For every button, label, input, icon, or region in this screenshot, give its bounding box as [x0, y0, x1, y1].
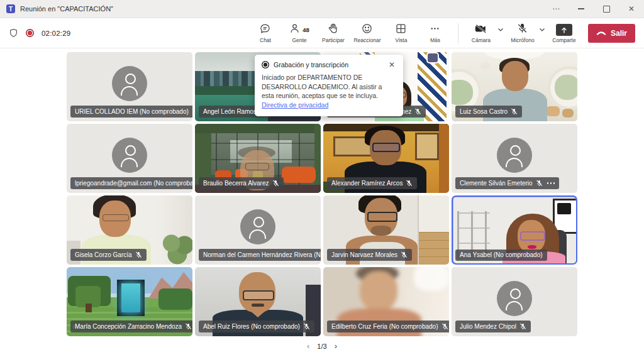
avatar	[497, 138, 532, 173]
avatar	[112, 66, 147, 101]
notification-close-icon[interactable]: ✕	[387, 60, 396, 69]
leave-button[interactable]: Salir	[588, 24, 635, 43]
people-icon	[289, 23, 301, 37]
react-button[interactable]: Reaccionar	[351, 22, 384, 45]
participant-tile[interactable]: URIEL COLLADO IEM (No comprobado)	[67, 52, 192, 121]
avatar	[112, 138, 147, 173]
participant-name: lpriegoandrade@gmail.com (No comproba...	[75, 180, 192, 187]
maximize-icon[interactable]	[594, 0, 619, 18]
participant-name: Edilberto Cruz Feria (No comprobado)	[331, 324, 438, 330]
participant-nametag: Julio Mendez Chipol	[455, 321, 531, 332]
participant-tile[interactable]: Julio Mendez Chipol	[452, 267, 577, 336]
notification-title: Grabación y transcripción	[274, 61, 348, 69]
participant-nametag: Clemente Silván Emeterio	[455, 177, 559, 189]
avatar	[240, 209, 275, 244]
participant-name: Luiz Sosa Castro	[460, 109, 508, 115]
chat-button[interactable]: Chat	[249, 22, 282, 45]
more-icon	[429, 23, 441, 37]
participant-name: Angel León Ramos	[203, 109, 257, 115]
avatar	[497, 281, 532, 316]
minimize-icon[interactable]	[569, 0, 594, 18]
participant-tile[interactable]: Jarvin Narvaez Morales	[323, 195, 449, 265]
privacy-policy-link[interactable]: Directiva de privacidad	[262, 101, 328, 109]
meeting-stage: URIEL COLLADO IEM (No comprobado) Angel …	[0, 48, 644, 362]
participant-tile[interactable]: Braulio Becerra Alvarez	[195, 124, 321, 193]
mic-muted-icon	[272, 180, 279, 187]
participant-nametag: URIEL COLLADO IEM (No comprobado)	[70, 106, 192, 118]
mic-off-icon	[516, 23, 528, 37]
participant-tile[interactable]: Abel Ruiz Flores (No comprobado)	[195, 267, 321, 336]
smiley-icon	[361, 23, 373, 37]
participant-tile[interactable]: María Concepción Zarracino Mendoza	[67, 267, 192, 336]
participant-name: Braulio Becerra Alvarez	[203, 180, 269, 187]
close-icon[interactable]: ✕	[619, 0, 644, 18]
mic-button[interactable]: Micrófono	[506, 22, 539, 45]
mic-options-chevron-icon[interactable]	[539, 22, 545, 32]
participant-nametag: Braulio Becerra Alvarez	[199, 177, 284, 189]
participant-tile[interactable]: lpriegoandrade@gmail.com (No comproba...	[67, 124, 192, 193]
next-page-icon[interactable]: ›	[335, 342, 337, 350]
grid-view-icon	[395, 23, 407, 37]
camera-button[interactable]: Cámara	[465, 22, 497, 45]
participant-nametag: Gisela Corzo García	[70, 249, 147, 261]
notification-body: Iniciado por DEPARTAMENTO DE DESARROLLO …	[262, 74, 382, 99]
camera-off-icon	[474, 23, 487, 37]
participant-name: Alexander Ramírez Arcos	[331, 180, 402, 187]
mic-muted-icon	[192, 108, 192, 115]
participant-nametag: Edilberto Cruz Feria (No comprobado)	[327, 321, 449, 332]
participant-nametag: Ana Ysabel (No comprobado)	[455, 250, 547, 261]
tile-more-icon[interactable]	[547, 182, 555, 184]
participant-tile-active-speaker[interactable]: Ana Ysabel (No comprobado)	[452, 195, 577, 265]
mic-muted-icon	[303, 323, 310, 330]
meeting-timer: 02:02:29	[42, 30, 70, 37]
hang-up-icon	[596, 29, 606, 38]
participant-count-badge: 48	[303, 26, 309, 33]
participant-name: Norman del Carmen Hernández Rivera (No .…	[203, 252, 321, 258]
mic-muted-icon	[414, 108, 421, 115]
participant-nametag: lpriegoandrade@gmail.com (No comproba...	[70, 177, 192, 189]
participant-name: Abel Ruiz Flores (No comprobado)	[203, 324, 300, 330]
window-title: Reunión en "CAPACITACIÓN"	[20, 5, 113, 13]
virtual-background-logo	[428, 53, 438, 62]
more-button[interactable]: Más	[419, 22, 452, 45]
participant-tile[interactable]: Edilberto Cruz Feria (No comprobado)	[323, 267, 449, 336]
participant-name: María Concepción Zarracino Mendoza	[75, 324, 182, 330]
previous-page-icon[interactable]: ‹	[307, 342, 309, 350]
mic-muted-icon	[519, 323, 526, 330]
mic-muted-icon	[441, 323, 448, 330]
participant-tile[interactable]: Gisela Corzo García	[67, 195, 192, 265]
mic-muted-icon	[511, 108, 518, 115]
mic-muted-icon	[406, 180, 413, 187]
participant-nametag: María Concepción Zarracino Mendoza	[70, 321, 192, 332]
participant-nametag: Jarvin Narvaez Morales	[327, 249, 412, 261]
mic-muted-icon	[401, 251, 408, 258]
participant-tile[interactable]: Clemente Silván Emeterio	[452, 124, 577, 193]
shield-icon[interactable]	[9, 28, 18, 38]
page-indicator: 1/3	[317, 343, 326, 350]
share-button[interactable]: Comparte	[548, 22, 580, 45]
teams-logo-icon: T	[6, 4, 15, 13]
chat-icon	[259, 23, 271, 37]
raised-hand-icon	[327, 23, 339, 37]
mic-muted-icon	[135, 251, 142, 258]
window-controls: ⋯ ✕	[543, 0, 644, 18]
recording-indicator-icon	[26, 29, 34, 37]
record-icon	[262, 61, 269, 69]
participant-tile[interactable]: Alexander Ramírez Arcos	[323, 124, 449, 193]
participant-name: URIEL COLLADO IEM (No comprobado)	[75, 109, 189, 115]
mic-muted-icon	[536, 180, 543, 187]
participant-tile[interactable]: Norman del Carmen Hernández Rivera (No .…	[195, 195, 321, 265]
people-button[interactable]: 48 Gente	[283, 22, 316, 45]
camera-options-chevron-icon[interactable]	[497, 22, 504, 32]
titlebar-more-icon[interactable]: ⋯	[543, 0, 569, 18]
participant-name: Gisela Corzo García	[75, 252, 132, 258]
participant-name: Julio Mendez Chipol	[460, 324, 516, 330]
view-button[interactable]: Vista	[385, 22, 418, 45]
meeting-toolbar: 02:02:29 Chat 48 Gente	[0, 18, 644, 48]
share-screen-icon	[556, 24, 572, 36]
grid-pagination: ‹ 1/3 ›	[0, 342, 644, 350]
participant-tile[interactable]: Luiz Sosa Castro	[452, 52, 577, 121]
participant-name: Ana Ysabel (No comprobado)	[460, 252, 543, 258]
raise-hand-button[interactable]: Participar	[317, 22, 350, 45]
participant-name: Clemente Silván Emeterio	[460, 180, 533, 187]
